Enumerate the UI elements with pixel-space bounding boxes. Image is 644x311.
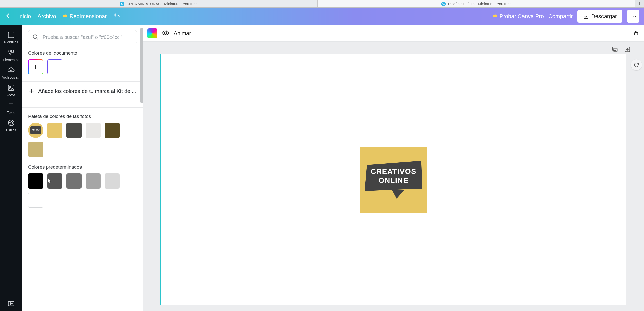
color-panel: Colores del documento + Añade los colore… bbox=[22, 25, 143, 311]
rail-label: Plantillas bbox=[4, 40, 18, 44]
add-page-button[interactable] bbox=[624, 46, 631, 54]
color-swatch[interactable] bbox=[86, 173, 101, 189]
fill-color-button[interactable] bbox=[147, 28, 157, 38]
rail-photos[interactable]: Fotos bbox=[0, 81, 22, 99]
photo-palette-heading: Paleta de colores de las fotos bbox=[28, 114, 137, 119]
rail-templates[interactable]: Plantillas bbox=[0, 28, 22, 46]
artwork-text-line2: ONLINE bbox=[378, 176, 408, 185]
add-brand-colors[interactable]: Añade los colores de tu marca al Kit de … bbox=[28, 82, 137, 100]
plus-icon: + bbox=[33, 62, 38, 72]
duplicate-page-button[interactable] bbox=[611, 46, 618, 54]
search-icon bbox=[32, 34, 39, 40]
svg-rect-4 bbox=[11, 50, 14, 52]
brand-kit-label: Añade los colores de tu marca al Kit de … bbox=[38, 88, 136, 94]
svg-point-10 bbox=[12, 122, 13, 123]
refresh-button[interactable] bbox=[631, 59, 642, 70]
color-swatch[interactable] bbox=[66, 173, 82, 189]
rail-text[interactable]: Texto bbox=[0, 99, 22, 116]
back-icon[interactable] bbox=[5, 12, 12, 21]
download-label: Descargar bbox=[591, 13, 617, 20]
tab-title: CREA MINIATURAS - Miniatura - YouTube bbox=[126, 2, 197, 6]
svg-point-12 bbox=[33, 35, 37, 38]
doc-colors-heading: Colores del documento bbox=[28, 50, 137, 56]
rail-elements[interactable]: Elementos bbox=[0, 46, 22, 63]
app-toolbar: Inicio Archivo Redimensionar Probar Canv… bbox=[0, 8, 644, 25]
resize-label: Redimensionar bbox=[70, 13, 107, 20]
try-pro-label: Probar Canva Pro bbox=[500, 13, 544, 20]
svg-point-3 bbox=[9, 50, 11, 52]
rail-video[interactable] bbox=[0, 297, 22, 311]
divider bbox=[22, 107, 143, 108]
add-color-button[interactable]: + bbox=[28, 59, 43, 74]
crown-icon bbox=[63, 13, 68, 20]
color-swatch[interactable] bbox=[47, 173, 62, 189]
search-input[interactable] bbox=[43, 34, 133, 40]
file-menu[interactable]: Archivo bbox=[37, 13, 56, 20]
browser-tab[interactable]: C Diseño sin título - Miniatura - YouTub… bbox=[318, 0, 635, 7]
color-swatch[interactable] bbox=[28, 142, 43, 157]
lock-button[interactable] bbox=[633, 30, 639, 37]
svg-rect-20 bbox=[614, 48, 617, 52]
rail-label: Texto bbox=[7, 111, 15, 115]
side-rail: Plantillas Elementos Archivos s... Fotos… bbox=[0, 25, 22, 311]
canvas-toolbar: Animar bbox=[143, 25, 644, 42]
download-button[interactable]: Descargar bbox=[577, 10, 622, 23]
artboard[interactable]: CREATIVOS ONLINE bbox=[161, 54, 626, 305]
doc-color-swatch[interactable] bbox=[47, 59, 62, 74]
color-swatch[interactable] bbox=[28, 173, 43, 189]
new-tab-button[interactable]: + bbox=[635, 0, 644, 7]
default-colors-heading: Colores predeterminados bbox=[28, 164, 137, 170]
svg-rect-18 bbox=[635, 32, 638, 35]
svg-line-13 bbox=[36, 38, 38, 39]
stage[interactable]: CREATIVOS ONLINE bbox=[143, 42, 644, 311]
share-button[interactable]: Compartir bbox=[548, 13, 573, 20]
color-search[interactable] bbox=[28, 30, 137, 44]
svg-point-8 bbox=[9, 122, 10, 123]
artwork-text-line1: CREATIVOS bbox=[371, 167, 416, 176]
home-link[interactable]: Inicio bbox=[18, 13, 31, 20]
plus-icon bbox=[28, 88, 35, 94]
favicon-icon: C bbox=[441, 2, 446, 6]
color-swatch[interactable] bbox=[86, 123, 101, 138]
color-swatch[interactable] bbox=[66, 123, 82, 138]
color-swatch[interactable] bbox=[105, 123, 120, 138]
transparency-button[interactable] bbox=[162, 29, 169, 37]
scrollbar[interactable] bbox=[140, 28, 143, 103]
svg-point-9 bbox=[11, 121, 12, 122]
crown-icon bbox=[493, 13, 498, 20]
svg-rect-19 bbox=[613, 47, 616, 51]
color-swatch[interactable] bbox=[28, 193, 43, 208]
more-button[interactable]: ⋯ bbox=[627, 10, 639, 23]
favicon-icon: C bbox=[120, 2, 124, 6]
color-swatch[interactable] bbox=[47, 123, 62, 138]
rail-label: Archivos s... bbox=[2, 75, 21, 79]
browser-tab-bar: C CREA MINIATURAS - Miniatura - YouTube … bbox=[0, 0, 644, 8]
undo-button[interactable] bbox=[113, 12, 120, 20]
resize-button[interactable]: Redimensionar bbox=[63, 13, 107, 20]
try-pro-button[interactable]: Probar Canva Pro bbox=[493, 13, 544, 20]
svg-rect-5 bbox=[8, 85, 14, 90]
rail-styles[interactable]: Estilos bbox=[0, 116, 22, 134]
photo-palette-source[interactable]: CREATIVOSONLINE bbox=[28, 123, 43, 138]
rail-label: Estilos bbox=[6, 128, 16, 132]
animate-button[interactable]: Animar bbox=[174, 30, 191, 37]
tab-title: Diseño sin título - Miniatura - YouTube bbox=[448, 2, 512, 6]
rail-label: Fotos bbox=[7, 93, 15, 97]
canvas-area: Animar CR bbox=[143, 25, 644, 311]
canvas-element-logo[interactable]: CREATIVOS ONLINE bbox=[360, 147, 427, 213]
browser-tab[interactable]: C CREA MINIATURAS - Miniatura - YouTube bbox=[0, 0, 318, 7]
color-swatch[interactable] bbox=[105, 173, 120, 189]
rail-label: Elementos bbox=[3, 58, 19, 62]
rail-uploads[interactable]: Archivos s... bbox=[0, 63, 22, 81]
